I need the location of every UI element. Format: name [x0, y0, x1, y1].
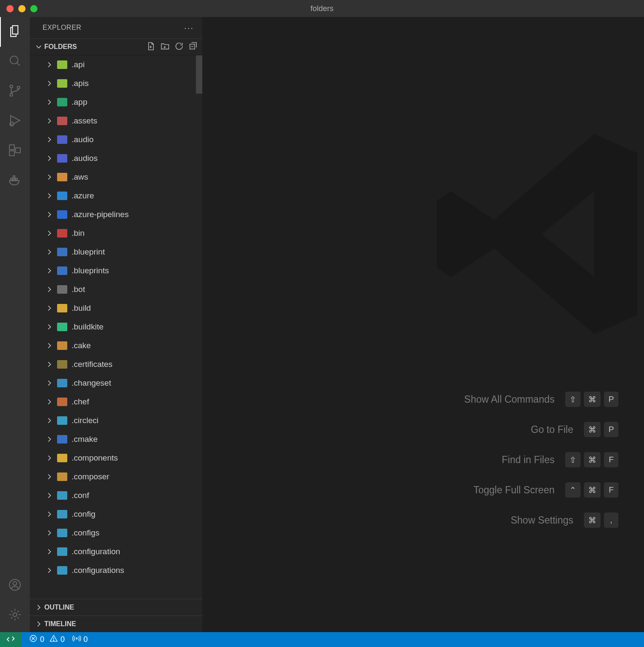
- tree-item[interactable]: .buildkite: [30, 318, 202, 336]
- tree-item-label: .blueprint: [72, 247, 105, 257]
- explorer-bottom-sections: OUTLINE TIMELINE: [30, 599, 202, 632]
- keycap: ⌘: [584, 512, 601, 528]
- keycap: ⌃: [565, 482, 581, 498]
- tree-item-label: .api: [72, 60, 85, 69]
- folder-icon: [57, 154, 67, 163]
- chevron-right-icon: [45, 397, 54, 407]
- file-tree[interactable]: .api.apis.app.assets.audio.audios.aws.az…: [30, 55, 202, 599]
- tree-item-label: .azure: [72, 191, 94, 200]
- chevron-right-icon: [45, 154, 54, 163]
- tree-item[interactable]: .azure: [30, 186, 202, 205]
- tip-label: Show All Commands: [464, 394, 555, 405]
- tree-item-label: .chef: [72, 397, 89, 407]
- tree-item[interactable]: .configurations: [30, 561, 202, 580]
- welcome-tip[interactable]: Find in Files⇧⌘F: [502, 452, 618, 467]
- chevron-right-icon: [45, 191, 54, 200]
- tree-item-label: .config: [72, 510, 95, 519]
- explorer-more-button[interactable]: ···: [184, 23, 194, 33]
- tree-item[interactable]: .bot: [30, 280, 202, 299]
- tree-item[interactable]: .blueprint: [30, 243, 202, 261]
- activity-extensions[interactable]: [0, 136, 30, 166]
- tree-item[interactable]: .config: [30, 505, 202, 524]
- tree-item[interactable]: .cmake: [30, 430, 202, 449]
- status-ports[interactable]: 0: [72, 634, 88, 645]
- svg-rect-7: [15, 148, 20, 152]
- welcome-tip[interactable]: Toggle Full Screen⌃⌘F: [474, 482, 619, 498]
- error-icon: [29, 634, 37, 645]
- tree-item[interactable]: .audio: [30, 130, 202, 149]
- tree-item[interactable]: .conf: [30, 486, 202, 505]
- chevron-right-icon: [45, 510, 54, 519]
- folder-icon: [57, 248, 67, 256]
- status-bar: 0 0 0: [0, 632, 644, 647]
- chevron-right-icon: [45, 266, 54, 275]
- tree-item[interactable]: .apis: [30, 74, 202, 93]
- tree-item[interactable]: .audios: [30, 149, 202, 168]
- tree-item[interactable]: .certificates: [30, 355, 202, 374]
- activity-search[interactable]: [0, 47, 30, 77]
- folder-icon: [57, 472, 67, 481]
- tree-item[interactable]: .configs: [30, 524, 202, 542]
- status-problems[interactable]: 0 0: [29, 634, 65, 645]
- folder-icon: [57, 173, 67, 181]
- activity-source-control[interactable]: [0, 77, 30, 106]
- chevron-right-icon: [45, 472, 54, 481]
- editor-area: Show All Commands⇧⌘PGo to File⌘PFind in …: [202, 17, 644, 632]
- tree-item-label: .conf: [72, 491, 89, 500]
- welcome-tip[interactable]: Show Settings⌘,: [511, 512, 618, 528]
- welcome-tip[interactable]: Show All Commands⇧⌘P: [464, 392, 618, 407]
- new-file-button[interactable]: [146, 41, 156, 53]
- tree-item-label: .aws: [72, 172, 88, 182]
- tree-item[interactable]: .azure-pipelines: [30, 205, 202, 224]
- outline-section-header[interactable]: OUTLINE: [30, 599, 202, 616]
- timeline-section-header[interactable]: TIMELINE: [30, 616, 202, 632]
- activity-settings[interactable]: [0, 601, 30, 630]
- tree-item[interactable]: .blueprints: [30, 261, 202, 280]
- folders-section-header[interactable]: FOLDERS: [30, 38, 202, 55]
- tree-item[interactable]: .circleci: [30, 411, 202, 430]
- activity-accounts[interactable]: [0, 571, 30, 601]
- tree-item[interactable]: .configuration: [30, 542, 202, 561]
- tree-item[interactable]: .api: [30, 55, 202, 74]
- keycap: ⇧: [565, 392, 581, 407]
- new-folder-button[interactable]: [160, 41, 170, 53]
- tree-item[interactable]: .build: [30, 299, 202, 318]
- collapse-all-button[interactable]: [188, 41, 198, 53]
- tree-item-label: .audio: [72, 135, 94, 144]
- welcome-tip[interactable]: Go to File⌘P: [531, 422, 618, 437]
- activity-explorer[interactable]: [0, 17, 30, 47]
- tree-item-label: .buildkite: [72, 322, 104, 332]
- chevron-right-icon: [45, 229, 54, 238]
- tree-item[interactable]: .assets: [30, 112, 202, 130]
- tree-item-label: .certificates: [72, 360, 112, 369]
- minimize-window-button[interactable]: [18, 5, 26, 12]
- tree-item[interactable]: .components: [30, 449, 202, 467]
- tree-item[interactable]: .aws: [30, 168, 202, 186]
- tree-item[interactable]: .app: [30, 93, 202, 112]
- folder-icon: [57, 304, 67, 312]
- keycap: P: [604, 422, 618, 437]
- zoom-window-button[interactable]: [30, 5, 37, 12]
- tree-item-label: .configurations: [72, 566, 124, 575]
- svg-point-2: [10, 93, 12, 96]
- files-icon: [8, 24, 22, 40]
- tree-item[interactable]: .changeset: [30, 374, 202, 392]
- keycap: ⌘: [584, 422, 601, 437]
- tree-item[interactable]: .chef: [30, 392, 202, 411]
- folder-icon: [57, 454, 67, 462]
- scrollbar-thumb[interactable]: [196, 55, 202, 94]
- tree-item[interactable]: .cake: [30, 336, 202, 355]
- close-window-button[interactable]: [6, 5, 14, 12]
- tip-label: Go to File: [531, 424, 573, 435]
- chevron-right-icon: [45, 116, 54, 126]
- remote-button[interactable]: [0, 632, 21, 647]
- tree-item[interactable]: .bin: [30, 224, 202, 243]
- tree-item-label: .circleci: [72, 416, 98, 425]
- activity-run-debug[interactable]: [0, 106, 30, 136]
- refresh-button[interactable]: [174, 41, 184, 53]
- tree-item[interactable]: .composer: [30, 467, 202, 486]
- folder-icon: [57, 416, 67, 425]
- window-controls: [0, 5, 37, 12]
- svg-point-13: [13, 581, 17, 585]
- activity-docker[interactable]: [0, 166, 30, 196]
